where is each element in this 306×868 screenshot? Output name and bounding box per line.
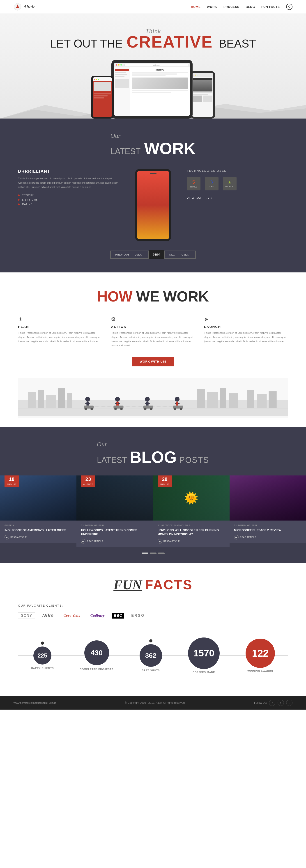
nav-funfacts[interactable]: FUN FACTS <box>261 5 280 8</box>
nav-work[interactable]: WORK <box>207 5 217 8</box>
work-features-list: ▶ TROPHY ▶ LIST ITEMS ▶ RATING <box>18 193 119 206</box>
plan-title: PLAN <box>18 325 102 329</box>
svg-point-43 <box>174 408 176 410</box>
blog-latest: LATEST <box>97 456 127 465</box>
action-icon: ⚙ <box>111 316 195 322</box>
workers-illustration <box>18 378 288 418</box>
we-text: WE <box>136 288 160 305</box>
launch-title: LAUNCH <box>204 325 288 329</box>
svg-point-17 <box>85 397 90 402</box>
svg-rect-20 <box>88 403 90 404</box>
card3-read[interactable]: ▶ READ ARTICLE <box>158 539 225 544</box>
tech-android: ▲ ANDROID <box>223 177 237 190</box>
twitter-button[interactable]: t <box>278 700 284 706</box>
hero-text: Think LET OUT THE CREATIVE BEAST <box>9 27 297 51</box>
how-text: HOW <box>97 288 132 305</box>
action-title: ACTION <box>111 325 195 329</box>
work-project-desc: This is Photoshop's version of Lorem Ips… <box>18 177 119 189</box>
site-header: Altair HOME WORK PROCESS BLOG FUN FACTS … <box>0 0 306 14</box>
nav-blog[interactable]: BLOG <box>246 5 255 8</box>
blog-cards-container: 18 AUGUST GRIFFIN ING UP ONE OF AMERICA'… <box>0 475 306 547</box>
stat-dot-3 <box>149 639 152 643</box>
stat-label-5: WINNING AWARDS <box>246 670 275 673</box>
stats-timeline: 225 HAPPY CLIENTS 430 COMPLETED PROJECTS… <box>18 628 288 683</box>
nav-search-icon[interactable]: ⚲ <box>286 4 293 10</box>
process-launch: ➤ LAUNCH This is Photoshop's version of … <box>204 316 288 348</box>
svg-point-31 <box>145 397 150 402</box>
nav-home[interactable]: HOME <box>191 5 201 8</box>
stat-coffees-made: 1570 COFFEES MADE <box>188 638 220 674</box>
work-big: WORK <box>144 139 195 158</box>
client-cadbury: Cadbury <box>88 613 108 619</box>
blog-card-4: BY TOMMY GRIFFIN MICROSOFT SURFACE 2 REV… <box>229 475 306 547</box>
next-project-button[interactable]: NEXT PROJECT <box>164 251 196 259</box>
css3-icon: 3 <box>211 180 213 185</box>
work-with-us-button[interactable]: WORK WITH US! <box>132 357 174 366</box>
blog-image-2: 23 AUGUST <box>77 475 153 521</box>
nav-process[interactable]: PROCESS <box>223 5 240 8</box>
work-title-block: Our LATEST WORK <box>111 132 195 158</box>
card3-author: BY SPENCER BLANKENSHIP <box>158 524 225 526</box>
view-gallery-link[interactable]: VIEW GALLERY > <box>187 196 213 200</box>
card4-read[interactable]: ▶ READ ARTICLE <box>234 535 302 539</box>
tech-html5: 5 HTML5 <box>187 177 200 190</box>
svg-rect-27 <box>118 403 120 404</box>
svg-point-38 <box>175 397 179 402</box>
stat-circle-3: 362 <box>140 644 162 667</box>
stat-winning-awards: 122 WINNING AWARDS <box>246 639 275 673</box>
svg-point-44 <box>180 408 183 410</box>
facts-section: FUN FACTS OUR FAVORITE CLIENTS: SONY Nik… <box>0 563 306 696</box>
svg-rect-26 <box>115 403 117 404</box>
work-heading: LATEST WORK <box>111 139 195 158</box>
blog-title-area: Our LATEST BLOG Posts <box>0 441 306 466</box>
site-footer: www.themeforest.net/user/altair-village … <box>0 696 306 710</box>
svg-rect-33 <box>145 403 146 404</box>
phone-right <box>190 71 215 119</box>
svg-rect-8 <box>67 393 72 408</box>
blog-posts: Posts <box>179 456 209 465</box>
launch-desc: This is Photoshop's version of Lorem Ips… <box>204 331 288 343</box>
dot-1[interactable] <box>142 553 148 554</box>
svg-rect-13 <box>247 390 254 408</box>
work-text: WORK <box>163 288 209 305</box>
card2-read[interactable]: ▶ READ ARTICLE <box>81 539 148 544</box>
card1-author: GRIFFIN <box>4 524 72 526</box>
plan-desc: This is Photoshop's version of Lorem Ips… <box>18 331 102 343</box>
work-title-area: Our LATEST WORK <box>18 132 288 158</box>
tech-css3: 3 CSS <box>205 177 219 190</box>
svg-point-30 <box>120 408 123 410</box>
stat-label-4: COFFEES MADE <box>188 671 220 674</box>
stat-dot-1 <box>41 642 44 645</box>
stat-completed-projects: 430 COMPLETED PROJECTS <box>80 641 113 671</box>
logo[interactable]: Altair <box>13 3 35 11</box>
card2-author: BY TOMMY GRIFFIN <box>81 524 148 526</box>
card4-headline: MICROSOFT SURFACE 2 REVIEW <box>234 528 302 532</box>
svg-point-37 <box>150 408 152 410</box>
list-icon: ▶ <box>18 198 20 201</box>
logo-icon <box>13 3 22 11</box>
svg-point-29 <box>114 408 117 410</box>
card3-month: AUGUST <box>160 483 170 485</box>
svg-rect-11 <box>220 388 226 408</box>
hero-line1: LET OUT THE <box>50 37 123 50</box>
blog-section: Our LATEST BLOG Posts 18 AUGUST GRIFFIN … <box>0 427 306 563</box>
dot-3[interactable] <box>158 553 165 554</box>
client-bbc: BBC <box>112 613 124 619</box>
rss-button[interactable]: ▸ <box>286 700 293 706</box>
dot-2[interactable] <box>150 553 157 554</box>
facebook-button[interactable]: f <box>269 700 275 706</box>
process-title: HOW WE WORK <box>18 288 288 305</box>
clients-logos: SONY Nike Coca-Cola Cadbury BBC ERGO <box>18 612 288 619</box>
stat-best-shots: 362 BEST SHOTS <box>140 639 162 672</box>
stat-label-2: COMPLETED PROJECTS <box>80 668 113 671</box>
svg-rect-9 <box>197 389 205 408</box>
client-coca: Coca-Cola <box>61 613 83 619</box>
tech-title: TECHNOLOGIES USED <box>187 169 288 173</box>
client-sony: SONY <box>18 613 35 619</box>
prev-project-button[interactable]: PREVIOUS PROJECT <box>110 251 149 259</box>
blog-heading: LATEST BLOG Posts <box>97 448 209 466</box>
stats-nodes: 225 HAPPY CLIENTS 430 COMPLETED PROJECTS… <box>18 638 288 674</box>
footer-copyright: © Copyright 2010 - 2013. Altair. All rig… <box>125 701 185 704</box>
card1-read[interactable]: ▶ READ ARTICLE <box>4 535 72 539</box>
read-icon-3: ▶ <box>158 539 162 544</box>
